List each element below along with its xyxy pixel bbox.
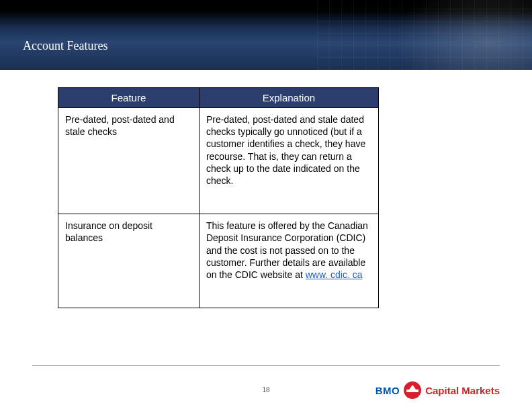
features-table: Feature Explanation Pre-dated, post-date…	[58, 87, 379, 308]
footer-rule	[32, 365, 500, 366]
footer: 18 BMO Capital Markets	[0, 365, 532, 398]
table-row: Insurance on deposit balances This featu…	[58, 214, 379, 308]
cell-feature: Pre-dated, post-dated and stale checks	[58, 108, 200, 214]
content-area: Feature Explanation Pre-dated, post-date…	[0, 70, 532, 308]
cdic-link[interactable]: www. cdic. ca	[306, 269, 363, 280]
capital-markets-wordmark: Capital Markets	[425, 385, 500, 396]
brand-logo: BMO Capital Markets	[375, 381, 500, 399]
bmo-roundel-icon	[404, 381, 421, 399]
header-band: Account Features	[0, 0, 532, 70]
page-number: 18	[262, 386, 269, 394]
col-header-explanation: Explanation	[199, 88, 378, 108]
cell-explanation: Pre-dated, post-dated and stale dated ch…	[199, 108, 378, 214]
bmo-wordmark: BMO	[375, 385, 400, 396]
page-title: Account Features	[23, 39, 107, 53]
cell-explanation: This feature is offered by the Canadian …	[199, 214, 378, 308]
col-header-feature: Feature	[58, 88, 200, 108]
cell-feature: Insurance on deposit balances	[58, 214, 200, 308]
table-header-row: Feature Explanation	[58, 88, 379, 108]
table-row: Pre-dated, post-dated and stale checks P…	[58, 108, 379, 214]
